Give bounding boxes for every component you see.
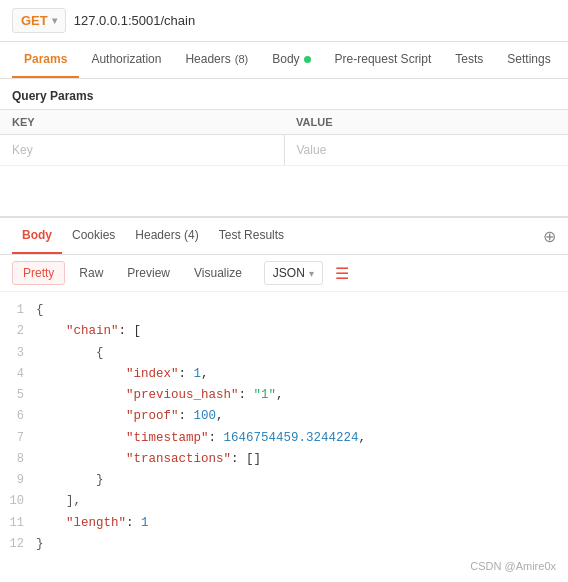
tab-body[interactable]: Body: [260, 42, 322, 78]
code-content: {: [36, 300, 44, 321]
key-input-cell[interactable]: Key: [0, 135, 284, 166]
line-number: 6: [8, 406, 36, 426]
visualize-button[interactable]: Visualize: [184, 262, 252, 284]
body-dot-icon: [304, 56, 311, 63]
code-content: "previous_hash": "1",: [36, 385, 284, 406]
top-tabs: Params Authorization Headers (8) Body Pr…: [0, 42, 568, 79]
tab-tests[interactable]: Tests: [443, 42, 495, 78]
line-number: 11: [8, 513, 36, 533]
method-label: GET: [21, 13, 48, 28]
url-bar: GET ▾: [0, 0, 568, 42]
line-number: 10: [8, 491, 36, 511]
code-line-11: 11 "length": 1: [0, 513, 568, 534]
params-table: KEY VALUE Key Value: [0, 109, 568, 166]
code-line-7: 7 "timestamp": 1646754459.3244224,: [0, 428, 568, 449]
tab-authorization[interactable]: Authorization: [79, 42, 173, 78]
code-line-3: 3 {: [0, 343, 568, 364]
key-column-header: KEY: [0, 110, 284, 135]
body-tabs-row: Body Cookies Headers (4) Test Results ⊕: [0, 218, 568, 255]
method-selector[interactable]: GET ▾: [12, 8, 66, 33]
line-number: 1: [8, 300, 36, 320]
code-line-1: 1 {: [0, 300, 568, 321]
body-section: Body Cookies Headers (4) Test Results ⊕ …: [0, 216, 568, 563]
code-line-8: 8 "transactions": []: [0, 449, 568, 470]
code-line-5: 5 "previous_hash": "1",: [0, 385, 568, 406]
format-bar: Pretty Raw Preview Visualize JSON ▾ ☰: [0, 255, 568, 292]
line-number: 12: [8, 534, 36, 554]
url-input[interactable]: [74, 13, 556, 28]
tab-test-results[interactable]: Test Results: [209, 218, 294, 254]
code-content: {: [36, 343, 104, 364]
tab-headers[interactable]: Headers (8): [173, 42, 260, 78]
code-content: "length": 1: [36, 513, 149, 534]
code-content: }: [36, 470, 104, 491]
body-tabs-left: Body Cookies Headers (4) Test Results: [12, 218, 294, 254]
spacer: [0, 166, 568, 216]
headers-badge: (8): [235, 53, 248, 65]
tab-cookies[interactable]: Cookies: [62, 218, 125, 254]
json-chevron-icon: ▾: [309, 268, 314, 279]
code-line-9: 9 }: [0, 470, 568, 491]
code-content: ],: [36, 491, 81, 512]
code-content: }: [36, 534, 44, 555]
line-number: 4: [8, 364, 36, 384]
chevron-down-icon: ▾: [52, 15, 57, 26]
code-content: "proof": 100,: [36, 406, 224, 427]
code-line-6: 6 "proof": 100,: [0, 406, 568, 427]
code-content: "transactions": []: [36, 449, 261, 470]
value-input-cell[interactable]: Value: [284, 135, 568, 166]
query-params-label: Query Params: [0, 79, 568, 109]
code-line-10: 10 ],: [0, 491, 568, 512]
line-number: 9: [8, 470, 36, 490]
watermark: CSDN @Amire0x: [470, 560, 556, 572]
code-line-12: 12 }: [0, 534, 568, 555]
key-placeholder: Key: [12, 143, 33, 157]
value-column-header: VALUE: [284, 110, 568, 135]
line-number: 8: [8, 449, 36, 469]
line-number: 5: [8, 385, 36, 405]
code-line-4: 4 "index": 1,: [0, 364, 568, 385]
tab-body-main[interactable]: Body: [12, 218, 62, 254]
wrap-icon[interactable]: ☰: [335, 264, 349, 283]
code-line-2: 2 "chain": [: [0, 321, 568, 342]
tab-pre-request[interactable]: Pre-request Script: [323, 42, 444, 78]
code-area: 1 { 2 "chain": [ 3 { 4 "index": 1, 5 "pr…: [0, 292, 568, 563]
code-content: "chain": [: [36, 321, 141, 342]
tab-response-headers[interactable]: Headers (4): [125, 218, 208, 254]
tab-settings[interactable]: Settings: [495, 42, 562, 78]
json-format-label: JSON: [273, 266, 305, 280]
table-row: Key Value: [0, 135, 568, 166]
line-number: 3: [8, 343, 36, 363]
globe-icon[interactable]: ⊕: [543, 227, 556, 246]
preview-button[interactable]: Preview: [117, 262, 180, 284]
code-content: "timestamp": 1646754459.3244224,: [36, 428, 366, 449]
tab-params[interactable]: Params: [12, 42, 79, 78]
code-content: "index": 1,: [36, 364, 209, 385]
raw-button[interactable]: Raw: [69, 262, 113, 284]
json-format-selector[interactable]: JSON ▾: [264, 261, 323, 285]
line-number: 2: [8, 321, 36, 341]
pretty-button[interactable]: Pretty: [12, 261, 65, 285]
value-placeholder: Value: [297, 143, 327, 157]
line-number: 7: [8, 428, 36, 448]
